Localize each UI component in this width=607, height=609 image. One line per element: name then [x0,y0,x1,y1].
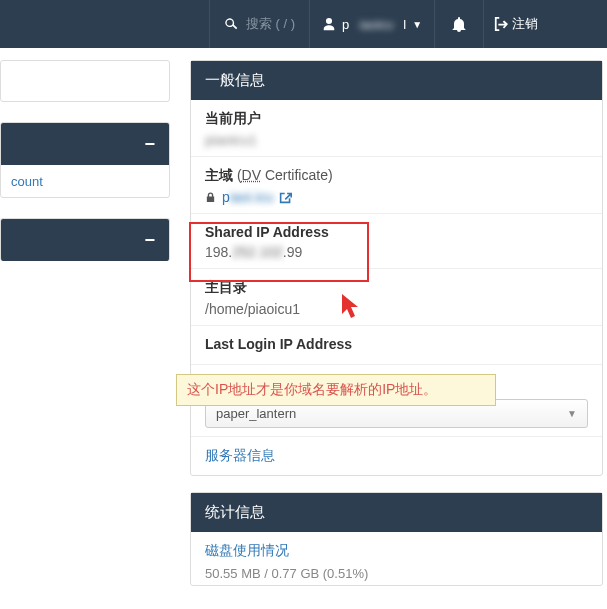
general-info-header: 一般信息 [191,61,602,100]
notifications-button[interactable] [434,0,483,48]
navbar-spacer [0,0,209,48]
general-info-panel: 一般信息 当前用户 piaoicu1 主域 (DV Certificate) p… [190,60,603,476]
current-user-label: 当前用户 [205,110,588,128]
domain-label-text: 主域 [205,167,233,183]
user-name-suffix: l [403,17,406,32]
annotation-tooltip: 这个IP地址才是你域名要解析的IP地址。 [176,374,496,406]
search-placeholder: 搜索 ( / ) [246,15,295,33]
annotation-text: 这个IP地址才是你域名要解析的IP地址。 [187,381,437,397]
home-dir-label: 主目录 [205,279,588,297]
domain-prefix: p [222,189,230,205]
row-last-login: Last Login IP Address [191,326,602,365]
shared-ip-value: 198.252.102.99 [205,244,588,260]
user-name-blur: iaoicu [359,17,393,32]
sidebar-empty-panel [0,60,170,102]
row-shared-ip: Shared IP Address 198.252.102.99 [191,214,602,269]
top-navbar: 搜索 ( / ) p iaoicu l ▼ 注销 [0,0,607,48]
bell-icon [451,16,467,32]
sidebar-panel-2: − [0,218,170,261]
search-icon [224,17,238,31]
domain-cert: (DV Certificate) [237,167,333,183]
collapse-icon: − [144,134,155,155]
general-info-body: 当前用户 piaoicu1 主域 (DV Certificate) piaoi.… [191,100,602,475]
user-name-prefix: p [342,17,349,32]
sidebar: − count − [0,60,170,586]
row-server-info: 服务器信息 [191,437,602,475]
chevron-down-icon: ▼ [567,408,577,419]
cert-suffix: Certificate) [261,167,333,183]
theme-select-value: paper_lantern [216,406,296,421]
disk-usage-link[interactable]: 磁盘使用情况 [205,542,588,560]
current-user-value: piaoicu1 [205,132,588,148]
row-home-dir: 主目录 /home/piaoicu1 [191,269,602,326]
stats-body: 磁盘使用情况 50.55 MB / 0.77 GB (0.51%) [191,532,602,585]
domain-value: piaoi.icu [205,189,588,205]
lock-icon [205,189,216,205]
search-box[interactable]: 搜索 ( / ) [209,0,309,48]
disk-usage-value: 50.55 MB / 0.77 GB (0.51%) [205,566,588,581]
row-current-user: 当前用户 piaoicu1 [191,100,602,157]
dv-abbr: DV [242,167,261,183]
sidebar-panel-1: − count [0,122,170,198]
sidebar-panel-1-body: count [1,165,169,197]
logout-icon [494,17,508,31]
chevron-down-icon: ▼ [412,19,422,30]
sidebar-panel-1-head[interactable]: − [1,123,169,165]
user-menu[interactable]: p iaoicu l ▼ [309,0,434,48]
domain-link[interactable]: piaoi.icu [205,189,292,205]
stats-header: 统计信息 [191,493,602,532]
domain-blur: iaoi.icu [230,189,274,205]
content: 一般信息 当前用户 piaoicu1 主域 (DV Certificate) p… [190,60,607,586]
home-dir-value: /home/piaoicu1 [205,301,588,317]
row-domain: 主域 (DV Certificate) piaoi.icu [191,157,602,214]
external-link-icon [277,189,292,205]
main-area: − count − 一般信息 当前用户 piaoicu1 主域 [0,48,607,586]
server-info-link[interactable]: 服务器信息 [205,447,275,463]
user-icon [322,17,336,31]
logout-button[interactable]: 注销 [483,0,548,48]
sidebar-account-link[interactable]: count [11,174,43,189]
collapse-icon: − [144,230,155,251]
shared-ip-label: Shared IP Address [205,224,588,240]
domain-label: 主域 (DV Certificate) [205,167,588,185]
sidebar-panel-2-head[interactable]: − [1,219,169,261]
last-login-label: Last Login IP Address [205,336,588,352]
stats-panel: 统计信息 磁盘使用情况 50.55 MB / 0.77 GB (0.51%) [190,492,603,586]
logout-label: 注销 [512,15,538,33]
